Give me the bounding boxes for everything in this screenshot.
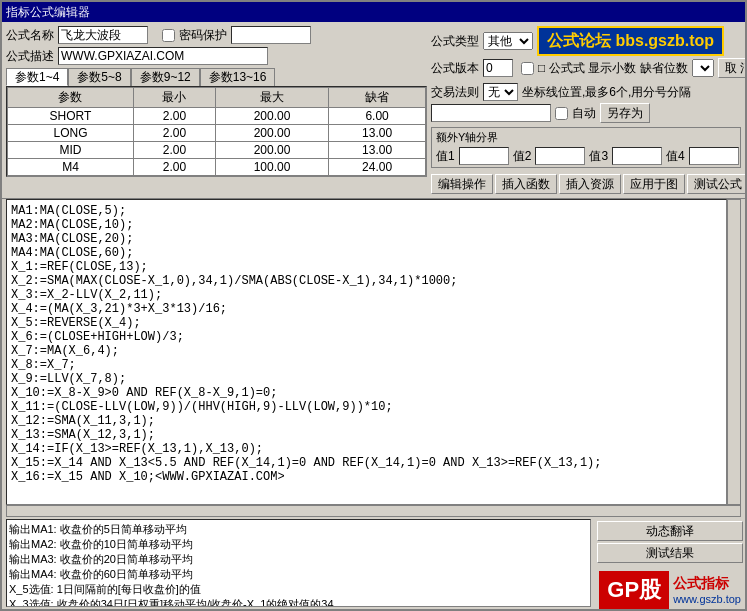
output-panel: 输出MA1: 收盘价的5日简单移动平均输出MA2: 收盘价的10日简单移动平均输…	[6, 519, 591, 607]
window-title: 指标公式编辑器	[6, 4, 90, 21]
col-default: 缺省	[329, 88, 426, 108]
output-line: 输出MA2: 收盘价的10日简单移动平均	[9, 537, 588, 552]
auto-checkbox[interactable]	[555, 107, 568, 120]
tab-params-13-16[interactable]: 参数13~16	[200, 68, 276, 86]
trading-rule-row: 交易法则 无 坐标线位置,最多6个,用分号分隔	[431, 83, 741, 101]
row-formula-name: 公式名称 密码保护	[6, 26, 427, 44]
output-line: 输出MA1: 收盘价的5日简单移动平均	[9, 522, 588, 537]
edit-ops-button[interactable]: 编辑操作	[431, 174, 493, 194]
params-row-3: M42.00100.0024.00	[8, 159, 426, 176]
output-section: 输出MA1: 收盘价的5日简单移动平均输出MA2: 收盘价的10日简单移动平均输…	[2, 519, 595, 609]
y-axis-section: 额外Y轴分界 值1 值2 值3 值4	[431, 127, 741, 168]
tab-params-5-8[interactable]: 参数5~8	[68, 68, 130, 86]
output-line: 输出MA3: 收盘价的20日简单移动平均	[9, 552, 588, 567]
test-result-button[interactable]: 测试结果	[597, 543, 743, 563]
value1-label: 值1	[436, 148, 455, 165]
password-label: 密码保护	[179, 27, 227, 44]
title-bar: 指标公式编辑器	[2, 2, 745, 22]
save-as-button[interactable]: 另存为	[600, 103, 650, 123]
col-param: 参数	[8, 88, 134, 108]
auto-translate-button[interactable]: 动态翻译	[597, 521, 743, 541]
show-small-label: □ 公式式 显示小数	[538, 60, 636, 77]
bottom-bar: 输出MA1: 收盘价的5日简单移动平均输出MA2: 收盘价的10日简单移动平均输…	[2, 519, 745, 609]
trading-rule-select[interactable]: 无	[483, 83, 518, 101]
auto-label: 自动	[572, 105, 596, 122]
formula-name-input[interactable]	[58, 26, 148, 44]
output-line: X_5选值: 1日间隔前的[每日收盘价]的值	[9, 582, 588, 597]
params-row-0: SHORT2.00200.006.00	[8, 108, 426, 125]
left-form: 公式名称 密码保护 公式描述 参数1~4	[6, 26, 427, 194]
row-desc: 公式描述	[6, 47, 427, 65]
layout-top: 公式名称 密码保护 公式描述 参数1~4	[6, 26, 741, 194]
gp-logo: GP股	[599, 571, 669, 609]
editor-scrollbar-v[interactable]	[727, 199, 741, 505]
main-window: 指标公式编辑器 公式名称 密码保护	[0, 0, 747, 611]
value4-label: 值4	[666, 148, 685, 165]
decimal-select[interactable]	[692, 59, 714, 77]
value3-input[interactable]	[612, 147, 662, 165]
tab-params-1-4[interactable]: 参数1~4	[6, 68, 68, 86]
coord-input-row: 自动 另存为	[431, 103, 741, 123]
formula-watermark: 公式论坛 bbs.gszb.top	[537, 26, 724, 56]
trading-rule-label: 交易法则	[431, 84, 479, 101]
value4-input[interactable]	[689, 147, 739, 165]
params-tabs: 参数1~4 参数5~8 参数9~12 参数13~16	[6, 68, 427, 86]
test-formula-button[interactable]: 测试公式	[687, 174, 745, 194]
insert-resource-button[interactable]: 插入资源	[559, 174, 621, 194]
gp-site: 公式指标	[673, 575, 741, 593]
col-max: 最大	[215, 88, 328, 108]
main-content: 公式名称 密码保护 公式描述 参数1~4	[2, 22, 745, 609]
top-panel: 公式名称 密码保护 公式描述 参数1~4	[2, 22, 745, 199]
cancel-button[interactable]: 取 消	[718, 58, 745, 78]
password-checkbox[interactable]	[162, 29, 175, 42]
editor-with-scrollbar	[6, 199, 741, 505]
code-editor[interactable]	[6, 199, 727, 505]
value2-input[interactable]	[535, 147, 585, 165]
params-row-2: MID2.00200.0013.00	[8, 142, 426, 159]
editor-area	[2, 199, 745, 519]
public-formula-checkbox[interactable]	[521, 62, 534, 75]
password-input[interactable]	[231, 26, 311, 44]
formula-version-label: 公式版本	[431, 60, 479, 77]
params-row-1: LONG2.00200.0013.00	[8, 125, 426, 142]
formula-type-select[interactable]: 其他	[483, 32, 533, 50]
formula-name-label: 公式名称	[6, 27, 54, 44]
watermark-row: 公式类型 其他 公式论坛 bbs.gszb.top	[431, 26, 741, 56]
value1-input[interactable]	[459, 147, 509, 165]
col-min: 最小	[133, 88, 215, 108]
right-form: 公式类型 其他 公式论坛 bbs.gszb.top 公式版本	[431, 26, 741, 194]
decimal-label: 缺省位数	[640, 60, 688, 77]
y-axis-title: 额外Y轴分界	[436, 130, 736, 145]
formula-desc-input[interactable]	[58, 47, 268, 65]
coord-label: 坐标线位置,最多6个,用分号分隔	[522, 84, 691, 101]
params-table: 参数 最小 最大 缺省 SHORT2.00200.006.00LONG2.002…	[7, 87, 426, 176]
value3-label: 值3	[589, 148, 608, 165]
tab-params-9-12[interactable]: 参数9~12	[131, 68, 200, 86]
row-version: 公式版本 □ 公式式 显示小数 缺省位数 取 消	[431, 58, 741, 78]
apply-chart-button[interactable]: 应用于图	[623, 174, 685, 194]
output-line: 输出MA4: 收盘价的60日简单移动平均	[9, 567, 588, 582]
formula-desc-label: 公式描述	[6, 48, 54, 65]
gp-watermark: GP股 公式指标 www.gszb.top	[597, 569, 743, 609]
editor-scrollbar-h[interactable]	[6, 505, 741, 517]
right-buttons: 动态翻译 测试结果 GP股 公式指标 www.gszb.top	[595, 519, 745, 609]
insert-func-button[interactable]: 插入函数	[495, 174, 557, 194]
formula-type-label: 公式类型	[431, 33, 479, 50]
output-line: X_3选值: 收盘价的34日[日权重]移动平均/收盘价-X_1的绝对值的34	[9, 597, 588, 607]
coord-input[interactable]	[431, 104, 551, 122]
action-btns-row: 编辑操作 插入函数 插入资源 应用于图 测试公式	[431, 174, 741, 194]
gp-url: www.gszb.top	[673, 593, 741, 605]
formula-version-input[interactable]	[483, 59, 513, 77]
value2-label: 值2	[513, 148, 532, 165]
y-axis-inputs: 值1 值2 值3 值4	[436, 147, 736, 165]
params-table-container: 参数 最小 最大 缺省 SHORT2.00200.006.00LONG2.002…	[6, 86, 427, 177]
